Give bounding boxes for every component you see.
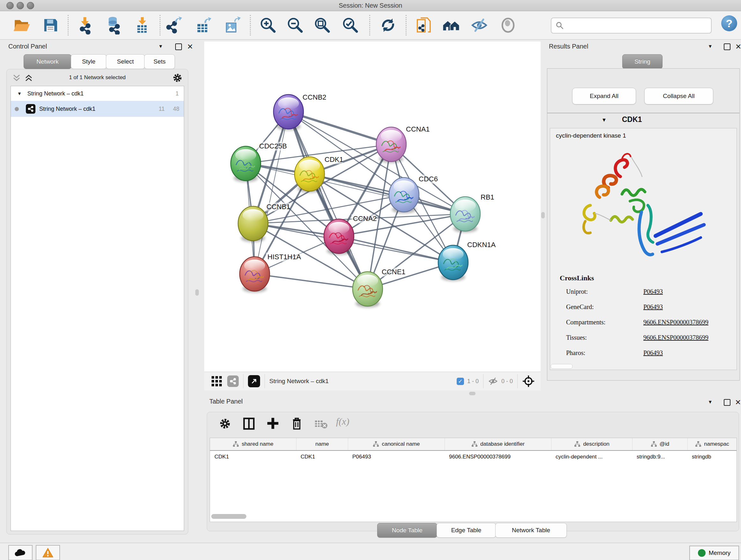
cell-id[interactable]: stringdb:9...: [632, 454, 687, 460]
column-header[interactable]: namespac: [687, 438, 737, 450]
crosslink-value-link[interactable]: P06493: [643, 349, 663, 357]
network-tree-child-row[interactable]: String Network – cdk1 11 48: [11, 101, 184, 117]
crosslink-value-link[interactable]: P06493: [643, 303, 663, 311]
tab-node-table[interactable]: Node Table: [377, 523, 437, 538]
show-columns-icon[interactable]: [243, 417, 255, 430]
delete-column-trash-icon[interactable]: [291, 417, 303, 431]
zoom-in-button[interactable]: [258, 15, 278, 36]
disclosure-triangle-icon[interactable]: ▼: [17, 91, 22, 96]
cell-shared-name[interactable]: CDK1: [210, 454, 296, 460]
export-image-button[interactable]: [222, 15, 242, 36]
tab-network-table[interactable]: Network Table: [495, 523, 567, 538]
hidden-counts: 0 - 0: [501, 378, 513, 385]
column-header[interactable]: description: [551, 438, 632, 450]
zoom-selected-button[interactable]: [340, 15, 360, 36]
gear-icon[interactable]: [173, 73, 182, 83]
show-all-button-disabled[interactable]: [498, 15, 518, 36]
network-node-ccna1[interactable]: [376, 127, 406, 163]
selected-checkbox[interactable]: ✓: [457, 378, 464, 385]
import-table-from-file-button[interactable]: [132, 15, 152, 36]
hide-selected-button[interactable]: [469, 15, 489, 36]
network-node-ccnb2[interactable]: [273, 95, 304, 130]
tab-string[interactable]: String: [622, 54, 663, 69]
results-panel-close-icon[interactable]: ✕: [735, 44, 741, 50]
network-edge[interactable]: [288, 112, 391, 144]
add-column-plus-icon[interactable]: [266, 417, 279, 430]
column-header[interactable]: name: [296, 438, 348, 450]
control-panel-collapse-icon[interactable]: ▼: [158, 44, 163, 49]
import-network-from-file-button[interactable]: [74, 15, 95, 36]
export-network-button[interactable]: [164, 15, 184, 36]
control-panel-close-icon[interactable]: ✕: [187, 44, 193, 50]
cell-description[interactable]: cyclin-dependent ...: [551, 454, 632, 460]
column-header[interactable]: @id: [632, 438, 687, 450]
window-minimize-traffic-light[interactable]: [17, 2, 24, 9]
column-header[interactable]: shared name: [210, 438, 296, 450]
network-canvas[interactable]: CCNB2CCNA1CDC25BCDK1CDC6RB1CCNB1CCNA2CDK…: [204, 42, 541, 372]
table-panel-collapse-icon[interactable]: ▼: [708, 399, 713, 405]
import-network-from-database-button[interactable]: [103, 15, 124, 36]
network-node-ccne1[interactable]: [353, 272, 383, 307]
tab-style[interactable]: Style: [71, 54, 107, 69]
network-node-hist1h1a[interactable]: [240, 257, 270, 293]
collapse-all-button[interactable]: Collapse All: [644, 88, 713, 105]
bottom-splitter-handle[interactable]: [469, 392, 475, 395]
open-session-button[interactable]: [11, 15, 32, 36]
table-gear-icon[interactable]: [219, 418, 231, 429]
table-horizontal-scrollbar[interactable]: [211, 514, 246, 519]
network-node-rb1[interactable]: [450, 197, 480, 233]
network-edge[interactable]: [339, 236, 453, 262]
search-input[interactable]: [566, 22, 711, 29]
table-panel-close-icon[interactable]: ✕: [735, 400, 741, 405]
crosslink-value-link[interactable]: 9606.ENSP00000378699: [643, 334, 709, 341]
table-panel-float-icon[interactable]: [724, 399, 731, 406]
save-session-button[interactable]: [40, 15, 61, 36]
network-node-cdc25b[interactable]: [231, 146, 261, 182]
cell-namespace[interactable]: stringdb: [687, 454, 737, 460]
open-in-window-icon[interactable]: [248, 375, 260, 387]
results-panel-float-icon[interactable]: [724, 44, 731, 50]
warnings-button[interactable]: [36, 545, 60, 560]
memory-button[interactable]: Memory: [689, 546, 739, 560]
network-icon-gray[interactable]: [227, 375, 239, 387]
network-edge[interactable]: [288, 112, 367, 289]
tab-sets[interactable]: Sets: [144, 54, 175, 69]
network-tree-root-row[interactable]: ▼ String Network – cdk1 1: [11, 86, 184, 101]
zoom-fit-button[interactable]: [312, 15, 333, 36]
network-node-cdkn1a[interactable]: [438, 245, 468, 281]
gene-disclosure-icon[interactable]: ▼: [602, 117, 607, 123]
control-panel-float-icon[interactable]: [175, 44, 182, 50]
table-row[interactable]: CDK1 CDK1 P06493 9606.ENSP00000378699 cy…: [210, 451, 737, 463]
window-close-traffic-light[interactable]: [6, 2, 14, 9]
network-node-cdk1[interactable]: [294, 157, 325, 192]
network-node-cdc6[interactable]: [389, 178, 419, 213]
cloud-status-button[interactable]: [8, 545, 32, 560]
network-edge[interactable]: [255, 274, 367, 289]
tab-edge-table[interactable]: Edge Table: [436, 523, 496, 538]
column-header[interactable]: canonical name: [348, 438, 445, 450]
window-zoom-traffic-light[interactable]: [27, 2, 34, 9]
zoom-out-button[interactable]: [285, 15, 306, 36]
results-horizontal-scrollbar[interactable]: [551, 364, 572, 369]
cell-name[interactable]: CDK1: [296, 454, 348, 460]
tab-select[interactable]: Select: [106, 54, 145, 69]
birds-eye-view-icon[interactable]: [522, 375, 535, 388]
cell-canonical-name[interactable]: P06493: [348, 454, 445, 460]
network-label: String Network – cdk1: [39, 106, 95, 112]
results-panel-collapse-icon[interactable]: ▼: [708, 44, 713, 49]
crosslink-value-link[interactable]: 9606.ENSP00000378699: [643, 319, 709, 326]
network-node-ccna2[interactable]: [324, 219, 354, 255]
first-neighbors-button[interactable]: [441, 15, 461, 36]
string-app-document-button[interactable]: [413, 15, 434, 36]
network-node-ccnb1[interactable]: [238, 206, 268, 242]
expand-all-button[interactable]: Expand All: [572, 88, 636, 105]
tab-network[interactable]: Network: [23, 54, 71, 69]
cell-database-identifier[interactable]: 9606.ENSP00000378699: [445, 454, 551, 460]
export-table-button[interactable]: [192, 15, 213, 36]
update-network-button[interactable]: [378, 15, 398, 36]
help-button[interactable]: ?: [721, 15, 737, 31]
crosslink-value-link[interactable]: P06493: [643, 288, 663, 295]
left-splitter-handle[interactable]: [195, 289, 199, 296]
column-header[interactable]: database identifier: [445, 438, 551, 450]
grid-view-icon[interactable]: [211, 376, 222, 387]
